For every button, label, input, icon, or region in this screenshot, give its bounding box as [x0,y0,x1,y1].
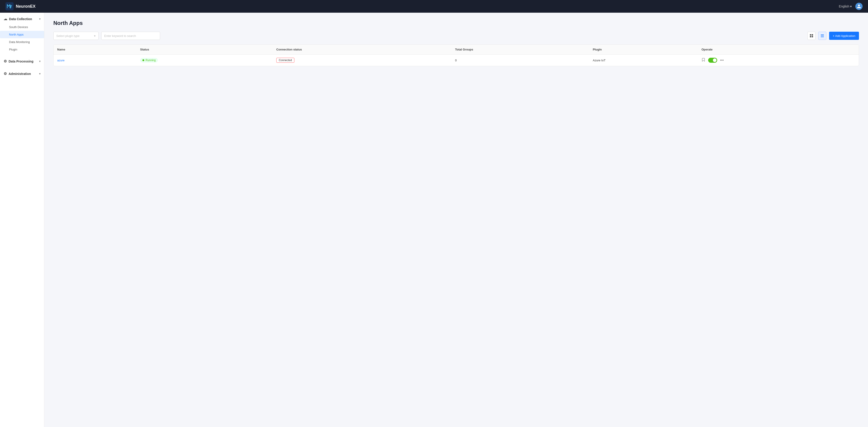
table-header: Name Status Connection status Total Grou… [54,45,859,55]
col-operate: Operate [698,45,859,55]
bookmark-icon[interactable] [701,58,706,63]
svg-rect-6 [821,35,824,36]
data-collection-label: Data Collection [9,17,32,21]
app-name-link[interactable]: azure [57,59,65,62]
app-enable-toggle[interactable] [708,58,717,63]
svg-rect-7 [821,37,824,37]
cell-status: Running [136,55,273,66]
table-body: azure Running Connected 0 Azure IoT [54,55,859,66]
sidebar-section-data-collection: ☁ Data Collection ▾ South Devices North … [0,13,44,55]
data-collection-arrow: ▾ [39,18,40,21]
sidebar-group-administration[interactable]: ⚙ Administration ▾ [0,69,44,78]
sidebar: ☁ Data Collection ▾ South Devices North … [0,13,44,427]
logo: NeuronEX [5,2,35,10]
topnav: NeuronEX English ▾ [0,0,868,13]
add-application-button[interactable]: + Add Application [829,32,859,40]
page-title: North Apps [53,20,859,26]
plugin-type-placeholder: Select plugin type [56,34,80,37]
sidebar-group-data-processing[interactable]: ⚙ Data Processing ▾ [0,57,44,66]
view-list-button[interactable] [818,32,827,40]
sidebar-section-administration: ⚙ Administration ▾ [0,67,44,80]
plugin-type-arrow: ▾ [94,34,96,37]
svg-rect-0 [5,2,13,10]
plugin-type-select[interactable]: Select plugin type ▾ [53,32,99,40]
cell-operate: ••• [698,55,859,66]
sidebar-item-plugin[interactable]: Plugin [0,46,44,53]
col-status: Status [136,45,273,55]
col-connection-status: Connection status [273,45,452,55]
sidebar-item-south-devices[interactable]: South Devices [0,23,44,31]
data-processing-arrow: ▾ [39,60,40,63]
more-options-icon[interactable]: ••• [720,58,724,62]
sidebar-item-north-apps[interactable]: North Apps [0,31,44,38]
view-grid-button[interactable] [807,32,815,40]
svg-rect-3 [810,36,811,37]
connection-status-badge: Connected [276,58,294,63]
status-badge: Running [140,58,158,62]
sidebar-section-data-processing: ⚙ Data Processing ▾ [0,55,44,67]
cell-plugin: Azure IoT [589,55,698,66]
language-selector[interactable]: English ▾ [839,4,852,8]
cell-connection-status: Connected [273,55,452,66]
data-collection-icon: ☁ [4,17,7,21]
topnav-right: English ▾ [839,3,863,10]
administration-arrow: ▾ [39,72,40,76]
app-title: NeuronEX [16,4,35,9]
cell-total-groups: 0 [452,55,589,66]
svg-rect-1 [810,34,811,35]
administration-icon: ⚙ [4,72,7,76]
sidebar-item-data-monitoring[interactable]: Data Monitoring [0,38,44,46]
svg-rect-2 [812,34,813,35]
search-input[interactable] [101,32,160,40]
data-processing-label: Data Processing [8,60,33,63]
table: Name Status Connection status Total Grou… [54,45,859,66]
svg-rect-4 [812,36,813,37]
apps-table: Name Status Connection status Total Grou… [53,45,859,66]
user-avatar[interactable] [855,3,863,10]
svg-rect-5 [821,34,824,35]
cell-name: azure [54,55,136,66]
layout: ☁ Data Collection ▾ South Devices North … [0,13,868,427]
col-name: Name [54,45,136,55]
table-row: azure Running Connected 0 Azure IoT [54,55,859,66]
col-plugin: Plugin [589,45,698,55]
sidebar-group-data-collection[interactable]: ☁ Data Collection ▾ [0,15,44,23]
logo-icon [5,2,13,10]
main-content: North Apps Select plugin type ▾ + Add Ap… [44,13,868,427]
data-processing-icon: ⚙ [4,59,7,63]
toolbar: Select plugin type ▾ + Add Application [53,32,859,40]
col-total-groups: Total Groups [452,45,589,55]
administration-label: Administration [8,72,31,76]
